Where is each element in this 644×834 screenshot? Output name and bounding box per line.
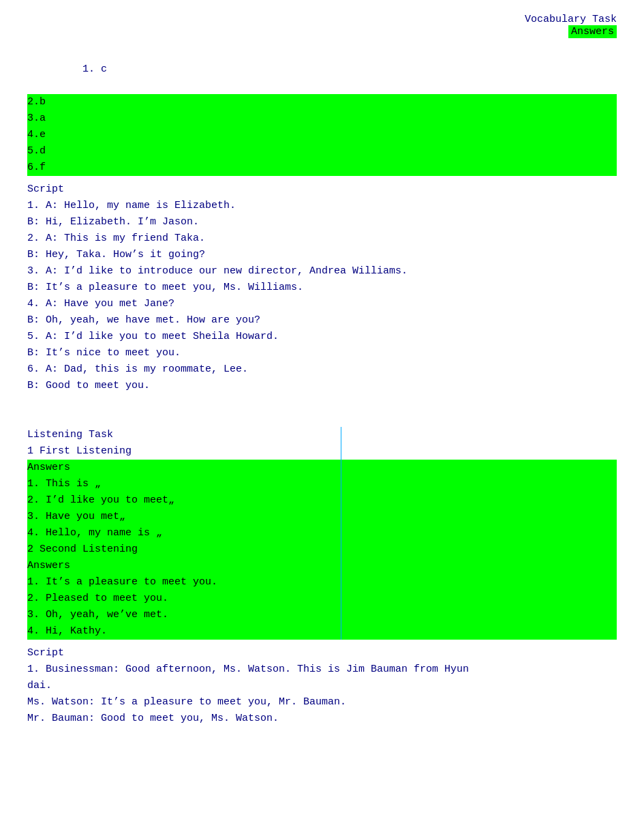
- listening-script-line-1: 1. Businessman: Good afternoon, Ms. Wats…: [27, 661, 617, 678]
- listening-script-title: Script: [27, 645, 617, 661]
- vocab-val-6: f: [40, 162, 46, 173]
- vocabulary-answers-badge: Answers: [568, 25, 617, 38]
- vocabulary-task-title: Vocabulary Task: [525, 14, 617, 25]
- vocab-num-4: 4.: [27, 129, 40, 140]
- script-line-11: 6. A: Dad, this is my roommate, Lee.: [27, 361, 617, 378]
- spacer-2: [27, 413, 617, 427]
- vocab-val-3: a: [40, 113, 46, 124]
- listening-script-line-2: dai.: [27, 678, 617, 694]
- vocab-answer-6: 6.f: [27, 160, 617, 176]
- vocab-val-4: e: [40, 129, 46, 140]
- listening-script-line-4: Mr. Bauman: Good to meet you, Ms. Watson…: [27, 711, 617, 727]
- header-section: Vocabulary Task Answers: [27, 14, 617, 38]
- script-line-9: 5. A: I’d like you to meet Sheila Howard…: [27, 329, 617, 345]
- listening-task-section: Listening Task 1 First Listening Answers…: [27, 427, 617, 640]
- second-listening-answer-2: 2. Pleased to meet you.: [27, 591, 617, 607]
- vocab-answer-5: 5.d: [27, 143, 617, 160]
- second-listening-answer-3: 3. Oh, yeah, we’ve met.: [27, 607, 617, 623]
- vocab-num-5: 5.: [27, 145, 40, 157]
- spacer-1: [27, 400, 617, 413]
- vocab-answer-1: 1. c: [27, 45, 617, 94]
- script-section: Script 1. A: Hello, my name is Elizabeth…: [27, 181, 617, 394]
- second-listening-subtitle: 2 Second Listening: [27, 541, 617, 558]
- script-line-2: B: Hi, Elizabeth. I’m Jason.: [27, 214, 617, 230]
- script-line-4: B: Hey, Taka. How’s it going?: [27, 247, 617, 263]
- vocab-answer-2: 2.b: [27, 94, 617, 110]
- vocab-val-2: b: [40, 96, 46, 108]
- vocab-answer-3: 3.a: [27, 110, 617, 127]
- script-title: Script: [27, 181, 617, 198]
- vocab-val-5: d: [40, 145, 46, 157]
- second-listening-answers-label: Answers: [27, 558, 617, 574]
- vocab-answer-4: 4.e: [27, 127, 617, 143]
- vocabulary-answers-section: 1. c 2.b 3.a 4.e 5.d 6.f: [27, 45, 617, 176]
- vocab-num-2: 2.: [27, 96, 40, 108]
- listening-task-title: Listening Task: [27, 427, 617, 443]
- first-listening-subtitle: 1 First Listening: [27, 443, 617, 460]
- vocab-num-6: 6.: [27, 162, 40, 173]
- listening-script-section: Script 1. Businessman: Good afternoon, M…: [27, 645, 617, 727]
- first-listening-answer-3: 3. Have you met„: [27, 509, 617, 525]
- script-line-6: B: It’s a pleasure to meet you, Ms. Will…: [27, 280, 617, 296]
- script-line-10: B: It’s nice to meet you.: [27, 345, 617, 361]
- page-container: Vocabulary Task Answers 1. c 2.b 3.a 4.e…: [27, 14, 617, 727]
- second-listening-answer-1: 1. It’s a pleasure to meet you.: [27, 574, 617, 591]
- script-line-8: B: Oh, yeah, we have met. How are you?: [27, 312, 617, 329]
- vocab-num-1: 1.: [82, 63, 101, 75]
- script-line-1: 1. A: Hello, my name is Elizabeth.: [27, 198, 617, 214]
- first-listening-answer-1: 1. This is „: [27, 476, 617, 492]
- script-line-5: 3. A: I’d like to introduce our new dire…: [27, 263, 617, 280]
- script-line-7: 4. A: Have you met Jane?: [27, 296, 617, 312]
- vocab-num-3: 3.: [27, 113, 40, 124]
- vertical-divider: [341, 427, 341, 640]
- first-listening-answer-2: 2. I’d like you to meet„: [27, 492, 617, 509]
- script-line-12: B: Good to meet you.: [27, 378, 617, 394]
- script-line-3: 2. A: This is my friend Taka.: [27, 230, 617, 247]
- listening-script-line-3: Ms. Watson: It’s a pleasure to meet you,…: [27, 694, 617, 711]
- first-listening-answers-label: Answers: [27, 460, 617, 476]
- vocab-val-1: c: [101, 63, 107, 75]
- first-listening-answer-4: 4. Hello, my name is „: [27, 525, 617, 541]
- second-listening-answer-4: 4. Hi, Kathy.: [27, 623, 617, 640]
